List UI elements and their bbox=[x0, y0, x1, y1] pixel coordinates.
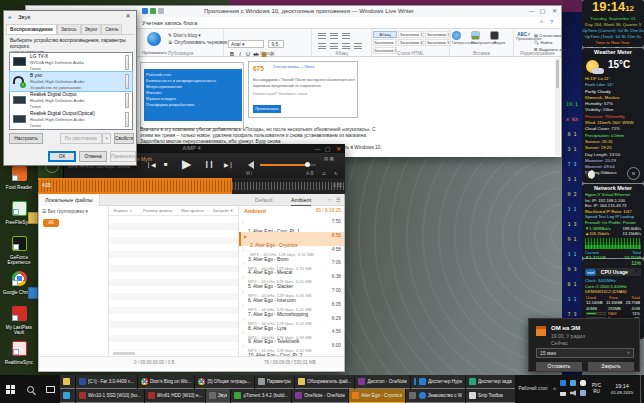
taskbar-button[interactable]: [5] Общая тетрадь... bbox=[195, 375, 253, 389]
search-button[interactable] bbox=[20, 375, 40, 403]
track-rating[interactable]: · · · · · bbox=[320, 335, 341, 340]
apply-button[interactable]: Применить bbox=[110, 151, 136, 162]
playlist-track[interactable]: 9. Alter Ego - Telekinetik 4:56 MP3 :: 4… bbox=[239, 328, 344, 342]
playlist-track[interactable]: 5. Alter Ego - Slacker 6:38 MP3 :: 44 kH… bbox=[239, 273, 344, 287]
blog-selector[interactable]: ✎ Dion's blog ▾ bbox=[168, 32, 227, 39]
column-filename[interactable]: Имя файла bbox=[181, 208, 204, 213]
tab-default-playlist[interactable]: Default bbox=[255, 194, 272, 206]
blockquote-icon[interactable] bbox=[342, 33, 350, 39]
desktop-icon-partial[interactable] bbox=[28, 287, 38, 299]
taskbar-button[interactable]: Параметры bbox=[255, 375, 295, 389]
dialog-tab[interactable]: Запись bbox=[57, 24, 81, 34]
tab-local-files[interactable]: Локальные файлы bbox=[39, 194, 100, 206]
network-icon[interactable] bbox=[560, 390, 566, 396]
dismiss-button[interactable]: Закрыть bbox=[588, 362, 634, 371]
all-filter-button[interactable]: All bbox=[43, 219, 59, 227]
taskbar-button[interactable]: Alter Ego - Cryonics bbox=[349, 389, 405, 403]
pause-button[interactable]: ❙❙ bbox=[204, 160, 214, 168]
cancel-button[interactable]: Отмена bbox=[79, 151, 107, 162]
track-rating[interactable]: · · · · · bbox=[320, 239, 341, 244]
taskbar-button[interactable]: Диспетчер Hyper-V bbox=[416, 375, 465, 389]
volume-icon[interactable] bbox=[248, 161, 254, 169]
weather-gadget[interactable]: Weather Meter 15°C Hi:19° Lo:11° Feels L… bbox=[582, 48, 644, 183]
playlist-track[interactable]: 10. Alter Ego - Cryo, Pt. 2 6:00 MP3 :: … bbox=[239, 342, 344, 356]
desktop-icon[interactable]: My LastPass Vault bbox=[2, 306, 36, 341]
quick-access-toolbar[interactable] bbox=[142, 8, 164, 14]
track-rating[interactable]: · · · · · bbox=[320, 322, 341, 327]
ok-button[interactable]: ОК bbox=[48, 151, 76, 162]
tray-clock[interactable]: 19:1401.09.2015 bbox=[604, 375, 640, 403]
playback-device-row[interactable]: ✓ Realtek Digital Output Realtek High De… bbox=[10, 91, 132, 110]
speed-test-link[interactable]: Speed Test bbox=[585, 214, 606, 219]
ip-lookup-link[interactable]: IP Lookup bbox=[615, 214, 634, 219]
document-scrollbar[interactable] bbox=[555, 58, 560, 156]
align-left-icon[interactable] bbox=[318, 43, 326, 49]
track-rating[interactable]: · · · · · bbox=[320, 294, 341, 299]
ab-repeat-button[interactable]: A-B bbox=[306, 171, 314, 176]
playlist-track[interactable]: 2. Alter Ego - Cryonics 6:56 MP3 :: 44 k… bbox=[239, 232, 344, 246]
column-filesize[interactable]: Размер файла bbox=[143, 208, 172, 213]
playback-device-row[interactable]: ✓ LG TV-X NVIDIA High Definition Audio Г… bbox=[10, 53, 132, 72]
html-style-option[interactable]: Заголовок 3 bbox=[373, 39, 397, 46]
play-button[interactable]: ▶ bbox=[182, 157, 191, 171]
snooze-button[interactable]: Отложить bbox=[536, 362, 582, 371]
equalizer-icon[interactable]: ▤ ▦ bbox=[324, 156, 334, 161]
mute-info-icons[interactable]: M i bbox=[246, 171, 252, 176]
tab-blog-account[interactable]: Учетная запись блога bbox=[138, 19, 201, 27]
set-default-button[interactable]: По умолчанию bbox=[60, 133, 102, 144]
taskbar-button[interactable]: Звук bbox=[206, 389, 230, 403]
track-rating[interactable]: · · · · · bbox=[320, 253, 341, 258]
taskbar-button[interactable]: Snip Toolbar bbox=[466, 389, 515, 403]
insert-tool[interactable]: Изображение bbox=[471, 31, 490, 45]
language-indicator[interactable]: РУСRU bbox=[589, 375, 604, 403]
track-rating[interactable]: · · · · · bbox=[320, 308, 341, 313]
taskbar-button[interactable]: Win10-1 SSD [W10] (bu... bbox=[76, 389, 144, 403]
taskbar-button[interactable]: [C:\] - Far 3.0.4409 x... bbox=[76, 375, 137, 389]
playlist-track[interactable]: 7. Alter Ego - Microshopping 6:05 MP3 ::… bbox=[239, 301, 344, 315]
desktop-icon[interactable]: RealtimeSync bbox=[2, 341, 36, 376]
align-center-icon[interactable] bbox=[330, 43, 338, 49]
playlist-track[interactable]: 4. Alter Ego - Mescal 7:06 MP3 :: 44 kHz… bbox=[239, 259, 344, 273]
grouping-select[interactable]: ☰ Без группировки ▾ bbox=[42, 209, 88, 214]
default-dropdown-icon[interactable]: ▾ bbox=[102, 133, 111, 144]
html-style-option[interactable]: Заголовок 1 bbox=[398, 31, 424, 38]
bullet-list-icon[interactable] bbox=[318, 33, 326, 39]
playlist-menu-icon[interactable]: ☰ bbox=[336, 194, 341, 206]
track-rating[interactable]: · · · · · bbox=[320, 266, 341, 271]
spellcheck-button[interactable]: ABC✓ Правописание bbox=[516, 32, 532, 41]
next-button[interactable]: ▶❘ bbox=[224, 161, 234, 168]
favorites-star-icon[interactable]: ☆ bbox=[327, 194, 332, 206]
task-view-button[interactable] bbox=[40, 375, 60, 403]
taskbar-button[interactable] bbox=[60, 389, 75, 403]
defender-icon[interactable] bbox=[570, 380, 576, 386]
playlist-track[interactable]: 6. Alter Ego - Intercom 7:00 MP3 :: 44 k… bbox=[239, 287, 344, 301]
maximize-button[interactable]: ▢ bbox=[537, 7, 548, 16]
snooze-duration-select[interactable]: 15 мин˅ bbox=[536, 348, 634, 358]
previous-button[interactable]: ❘◀ bbox=[146, 161, 156, 168]
column-format[interactable]: Формат ˄ bbox=[113, 208, 132, 213]
minimize-button[interactable]: — bbox=[526, 7, 537, 16]
tab-ambient-playlist[interactable]: Ambient bbox=[291, 194, 311, 206]
dialog-tab[interactable]: Воспроизведение bbox=[6, 24, 57, 34]
statistics-button[interactable]: ▤ Статистика bbox=[534, 32, 566, 39]
waveform-seekbar[interactable]: 4:05 6:55 bbox=[38, 178, 345, 194]
redo-icon[interactable] bbox=[158, 8, 164, 14]
configure-button[interactable]: Настроить bbox=[9, 133, 43, 144]
taskbar-button[interactable]: Десктоп - OneNote bbox=[355, 375, 410, 389]
playlist-group-header[interactable]: Ambient 65 / 8:16:25 bbox=[239, 206, 344, 218]
help-icon[interactable]: ? bbox=[550, 19, 553, 25]
show-desktop-button[interactable] bbox=[640, 375, 644, 403]
volume-icon[interactable] bbox=[570, 390, 576, 396]
ribbon-collapse-icon[interactable]: ˄ bbox=[539, 19, 543, 25]
taskbar-button[interactable]: Знакомство с Windows bbox=[416, 389, 465, 403]
taskbar-button[interactable]: Win81 HDD [W10] н... bbox=[145, 389, 205, 403]
insert-tool[interactable]: Гиперссылка bbox=[452, 31, 471, 45]
action-center-icon[interactable] bbox=[580, 380, 586, 386]
playlist-file-table[interactable]: Формат ˄ Размер файла Имя файла Битрейт … bbox=[109, 206, 239, 356]
taskbar-button[interactable]: Микшер громкости bbox=[406, 389, 416, 403]
undo-icon[interactable] bbox=[150, 8, 156, 14]
column-bitrate[interactable]: Битрейт ▾ bbox=[213, 208, 233, 213]
numbered-list-icon[interactable] bbox=[330, 33, 338, 39]
scrollbar-thumb[interactable] bbox=[556, 60, 559, 88]
close-button[interactable]: ✕ bbox=[549, 7, 560, 16]
